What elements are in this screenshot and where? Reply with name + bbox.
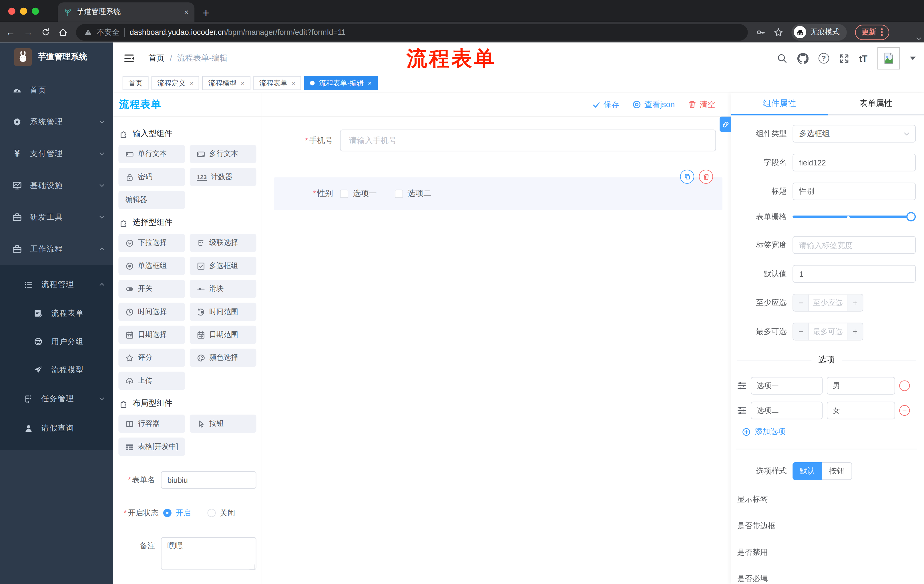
save-button[interactable]: 保存 bbox=[592, 99, 620, 110]
tag-process-model[interactable]: 流程模型× bbox=[202, 76, 251, 90]
gender-checkbox-option2[interactable]: 选项二 bbox=[394, 189, 431, 199]
tab-component-props[interactable]: 组件属性 bbox=[731, 93, 828, 115]
sidebar-item-leave-query[interactable]: 请假查询 bbox=[0, 413, 113, 443]
tag-close-icon[interactable]: × bbox=[190, 79, 193, 87]
label-width-input[interactable] bbox=[792, 236, 916, 254]
home-button[interactable] bbox=[58, 28, 68, 37]
palette-item-cascader[interactable]: 级联选择 bbox=[190, 234, 256, 252]
option-value-input[interactable] bbox=[827, 402, 895, 419]
browser-menu-icon[interactable] bbox=[881, 28, 883, 36]
sidebar-item-payment[interactable]: ¥ 支付管理 bbox=[0, 138, 113, 169]
min-select-stepper[interactable]: − 至少应选 + bbox=[792, 294, 863, 312]
clear-button[interactable]: 清空 bbox=[688, 99, 715, 110]
close-window-button[interactable] bbox=[8, 7, 15, 15]
sidebar-item-system[interactable]: 系统管理 bbox=[0, 106, 113, 138]
delete-component-button[interactable] bbox=[699, 170, 713, 184]
view-json-button[interactable]: 查看json bbox=[632, 99, 675, 110]
form-name-input[interactable] bbox=[161, 471, 256, 489]
panel-link-handle[interactable] bbox=[719, 117, 731, 132]
palette-item-upload[interactable]: 上传 bbox=[118, 372, 185, 390]
palette-item-time-picker[interactable]: 时间选择 bbox=[118, 303, 185, 321]
stepper-minus-button[interactable]: − bbox=[793, 294, 809, 311]
palette-item-color-picker[interactable]: 颜色选择 bbox=[190, 349, 256, 367]
sidebar-item-task-mgmt[interactable]: 任务管理 bbox=[0, 384, 113, 413]
tag-process-form[interactable]: 流程表单× bbox=[253, 76, 301, 90]
tag-close-icon[interactable]: × bbox=[368, 79, 372, 87]
option-label-input[interactable] bbox=[751, 377, 823, 395]
style-default-button[interactable]: 默认 bbox=[792, 462, 822, 480]
sidebar-item-process-mgmt[interactable]: 流程管理 bbox=[0, 270, 113, 299]
checkbox-box[interactable] bbox=[394, 190, 403, 198]
palette-item-multi-text[interactable]: 多行文本 bbox=[190, 145, 256, 163]
stepper-minus-button[interactable]: − bbox=[793, 323, 809, 340]
checkbox-box[interactable] bbox=[340, 190, 348, 198]
remark-textarea[interactable]: 嘿嘿 bbox=[161, 537, 256, 570]
maximize-window-button[interactable] bbox=[32, 7, 39, 15]
palette-item-password[interactable]: 密码 bbox=[118, 168, 185, 186]
address-bar[interactable]: 不安全 dashboard.yudao.iocoder.cn/bpm/manag… bbox=[76, 24, 748, 40]
component-type-select[interactable]: 多选框组 bbox=[792, 125, 916, 143]
palette-item-radio-group[interactable]: 单选框组 bbox=[118, 257, 185, 275]
help-icon[interactable]: ? bbox=[818, 53, 829, 64]
palette-item-button[interactable]: 按钮 bbox=[190, 415, 256, 433]
default-value-input[interactable] bbox=[792, 265, 916, 283]
window-controls[interactable] bbox=[0, 0, 47, 22]
palette-item-date-picker[interactable]: 日期选择 bbox=[118, 326, 185, 344]
status-radio-off[interactable]: 关闭 bbox=[208, 508, 235, 518]
palette-item-rate[interactable]: 评分 bbox=[118, 349, 185, 367]
sidebar-item-workflow[interactable]: 工作流程 bbox=[0, 233, 113, 265]
toolbar-chevron-down-icon[interactable] bbox=[916, 36, 922, 42]
sidebar-item-home[interactable]: 首页 bbox=[0, 74, 113, 106]
palette-item-checkbox-group[interactable]: 多选框组 bbox=[190, 257, 256, 275]
option-label-input[interactable] bbox=[751, 402, 823, 419]
search-icon[interactable] bbox=[777, 53, 787, 64]
palette-item-slider[interactable]: 滑块 bbox=[190, 280, 256, 298]
palette-item-table[interactable]: 表格[开发中] bbox=[118, 438, 185, 456]
gender-checkbox-option1[interactable]: 选项一 bbox=[340, 189, 377, 199]
canvas-field-gender-selected[interactable]: *性别 选项一 选项二 bbox=[274, 177, 723, 210]
sidebar-item-infra[interactable]: 基础设施 bbox=[0, 170, 113, 201]
palette-item-row-container[interactable]: 行容器 bbox=[118, 415, 185, 433]
password-key-icon[interactable] bbox=[756, 28, 766, 37]
style-button-button[interactable]: 按钮 bbox=[822, 462, 852, 480]
palette-item-switch[interactable]: 开关 bbox=[118, 280, 185, 298]
stepper-plus-button[interactable]: + bbox=[847, 323, 863, 340]
palette-item-date-range[interactable]: 日期范围 bbox=[190, 326, 256, 344]
avatar-caret-icon[interactable] bbox=[910, 57, 916, 60]
github-icon[interactable] bbox=[797, 53, 808, 64]
tag-process-definition[interactable]: 流程定义× bbox=[152, 76, 200, 90]
form-grid-slider[interactable] bbox=[792, 212, 911, 221]
field-name-input[interactable] bbox=[792, 154, 916, 171]
breadcrumb-home[interactable]: 首页 bbox=[148, 53, 164, 64]
status-radio-on[interactable]: 开启 bbox=[163, 508, 191, 518]
font-size-icon[interactable]: tT bbox=[859, 53, 867, 63]
drag-handle-icon[interactable] bbox=[737, 381, 747, 391]
remove-option-button[interactable]: − bbox=[899, 380, 910, 391]
sidebar-item-devtools[interactable]: 研发工具 bbox=[0, 201, 113, 233]
title-input[interactable] bbox=[792, 183, 916, 200]
fullscreen-icon[interactable] bbox=[839, 53, 849, 63]
tag-process-form-edit[interactable]: 流程表单-编辑× bbox=[304, 76, 377, 90]
tab-form-props[interactable]: 表单属性 bbox=[828, 93, 924, 115]
bookmark-star-icon[interactable] bbox=[774, 28, 783, 37]
browser-update-button[interactable]: 更新 bbox=[855, 25, 889, 40]
palette-item-select[interactable]: 下拉选择 bbox=[118, 234, 185, 252]
sidebar-item-user-group[interactable]: 用户分组 bbox=[0, 327, 113, 356]
tag-close-icon[interactable]: × bbox=[241, 79, 244, 87]
sidebar-item-process-form[interactable]: 流程表单 bbox=[0, 299, 113, 327]
canvas-field-phone[interactable]: *手机号 bbox=[274, 130, 723, 151]
back-button[interactable]: ← bbox=[6, 28, 15, 37]
remove-option-button[interactable]: − bbox=[899, 405, 910, 416]
palette-item-counter[interactable]: 123计数器 bbox=[190, 168, 256, 186]
max-select-stepper[interactable]: − 最多可选 + bbox=[792, 323, 863, 341]
minimize-window-button[interactable] bbox=[20, 7, 27, 15]
sidebar-item-process-model[interactable]: 流程模型 bbox=[0, 356, 113, 384]
palette-item-time-range[interactable]: 时间范围 bbox=[190, 303, 256, 321]
copy-component-button[interactable] bbox=[680, 170, 694, 184]
forward-button[interactable]: → bbox=[23, 28, 33, 37]
reload-button[interactable] bbox=[41, 28, 50, 36]
drag-handle-icon[interactable] bbox=[737, 406, 747, 415]
palette-item-editor[interactable]: 编辑器 bbox=[118, 191, 185, 209]
phone-input[interactable] bbox=[340, 130, 716, 151]
new-tab-button[interactable]: + bbox=[203, 7, 209, 22]
